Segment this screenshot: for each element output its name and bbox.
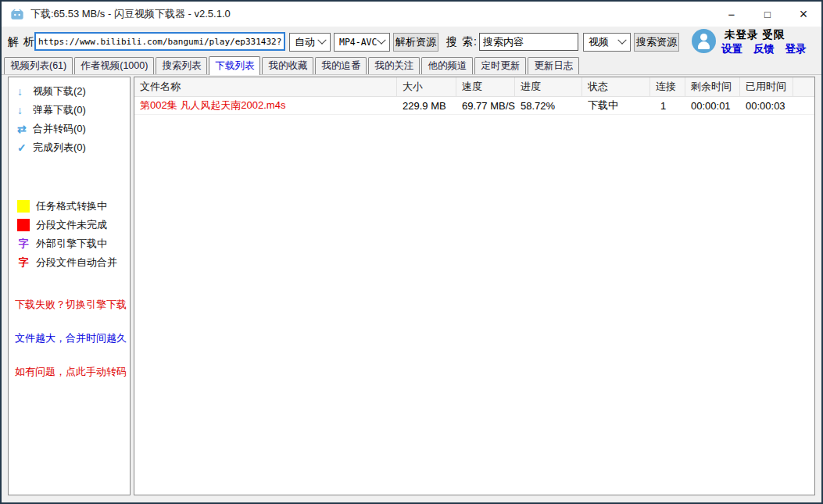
cell-filename: 第002集 凡人风起天南2002.m4s: [134, 97, 397, 114]
tab-my-follows[interactable]: 我的关注: [368, 57, 420, 74]
mode-select[interactable]: 自动: [289, 33, 331, 52]
legend-converting: 任务格式转换中: [9, 197, 130, 216]
tab-strip: 视频列表(61) 作者视频(1000) 搜索列表 下载列表 我的收藏 我的追番 …: [2, 56, 821, 75]
cell-filler: [793, 97, 814, 114]
sidebar-item-label: 完成列表(0): [33, 141, 86, 155]
tab-author-videos[interactable]: 作者视频(1000): [74, 57, 154, 74]
parse-resource-button[interactable]: 解析资源: [393, 33, 438, 52]
cell-speed: 69.77 MB/S: [456, 97, 515, 114]
note-switch-engine[interactable]: 下载失败？切换引擎下载: [9, 298, 130, 312]
col-header-size[interactable]: 大小: [397, 77, 456, 96]
col-header-filename[interactable]: 文件名称: [134, 77, 397, 96]
tab-my-bangumi[interactable]: 我的追番: [315, 57, 367, 74]
download-arrow-icon: ↓: [17, 85, 33, 98]
cell-status: 下载中: [582, 97, 650, 114]
toolbar: 解 析: 自动 MP4-AVC 解析资源 搜 索: 视频 搜索资源 未登录 受限…: [2, 27, 821, 56]
account-links: 设置 反馈 登录: [721, 42, 814, 56]
cell-progress: 58.72%: [515, 97, 582, 114]
col-header-speed[interactable]: 速度: [456, 77, 515, 96]
login-link[interactable]: 登录: [785, 43, 807, 55]
tab-my-favorites[interactable]: 我的收藏: [262, 57, 313, 74]
sidebar-item-merge-transcode[interactable]: ⇄ 合并转码(0): [9, 120, 130, 138]
tab-video-list[interactable]: 视频列表(61): [4, 57, 73, 74]
col-header-connections[interactable]: 连接: [650, 77, 685, 96]
legend-auto-merge: 字 分段文件自动合并: [9, 253, 130, 272]
mode-select-value: 自动: [295, 35, 315, 49]
search-resource-button[interactable]: 搜索资源: [634, 33, 679, 52]
legend-label: 外部引擎下载中: [36, 237, 107, 251]
tab-scheduled-update[interactable]: 定时更新: [474, 57, 526, 74]
note-manual-transcode[interactable]: 如有问题，点此手动转码: [9, 365, 130, 379]
window-controls: − □ ×: [714, 2, 821, 27]
format-select[interactable]: MP4-AVC: [334, 33, 390, 52]
purple-char-icon: 字: [17, 237, 30, 251]
chevron-down-icon: [617, 36, 626, 45]
search-type-select[interactable]: 视频: [583, 33, 631, 52]
minimize-button[interactable]: −: [714, 2, 750, 27]
format-select-value: MP4-AVC: [339, 37, 377, 48]
yellow-swatch-icon: [17, 200, 30, 213]
tab-his-channel[interactable]: 他的频道: [421, 57, 473, 74]
title-bar: 下载:65.53 MB/s - 闪豆视频下载器 - v2.5.1.0 − □ ×: [2, 2, 821, 27]
sidebar-item-label: 视频下载(2): [33, 84, 86, 98]
download-table-panel: 文件名称 大小 速度 进度 状态 连接 剩余时间 已用时间 第002集 凡人风起…: [134, 77, 815, 495]
sidebar-panel: ↓ 视频下载(2) ↓ 弹幕下载(0) ⇄ 合并转码(0) ✓ 完成列表(0): [8, 77, 131, 495]
legend-label: 分段文件自动合并: [36, 256, 117, 270]
cell-elapsed: 00:00:03: [740, 97, 793, 114]
sidebar-item-label: 合并转码(0): [33, 122, 86, 136]
content-area: ↓ 视频下载(2) ↓ 弹幕下载(0) ⇄ 合并转码(0) ✓ 完成列表(0): [2, 76, 821, 502]
table-header: 文件名称 大小 速度 进度 状态 连接 剩余时间 已用时间: [134, 77, 814, 97]
red-swatch-icon: [17, 219, 30, 231]
sidebar-item-video-download[interactable]: ↓ 视频下载(2): [9, 82, 130, 101]
url-input[interactable]: [34, 32, 285, 51]
window-title: 下载:65.53 MB/s - 闪豆视频下载器 - v2.5.1.0: [30, 7, 231, 21]
search-label: 搜 索:: [446, 35, 478, 49]
user-avatar[interactable]: [692, 29, 716, 53]
download-arrow-icon: ↓: [17, 104, 33, 116]
legend-label: 任务格式转换中: [36, 199, 107, 213]
tab-changelog[interactable]: 更新日志: [528, 57, 579, 74]
col-header-elapsed[interactable]: 已用时间: [740, 77, 793, 96]
sidebar-notes: 下载失败？切换引擎下载 文件越大，合并时间越久 如有问题，点此手动转码: [9, 298, 130, 379]
tab-download-list[interactable]: 下载列表: [209, 56, 260, 75]
search-input[interactable]: [479, 33, 578, 51]
person-icon: [700, 34, 707, 41]
sidebar-item-completed-list[interactable]: ✓ 完成列表(0): [9, 138, 130, 157]
sidebar-item-danmaku-download[interactable]: ↓ 弹幕下载(0): [9, 101, 130, 120]
settings-link[interactable]: 设置: [721, 43, 742, 55]
table-row[interactable]: 第002集 凡人风起天南2002.m4s 229.9 MB 69.77 MB/S…: [134, 97, 814, 115]
feedback-link[interactable]: 反馈: [753, 43, 775, 55]
sidebar-nav: ↓ 视频下载(2) ↓ 弹幕下载(0) ⇄ 合并转码(0) ✓ 完成列表(0): [9, 77, 130, 157]
cell-remaining: 00:00:01: [685, 97, 740, 114]
chevron-down-icon: [377, 36, 385, 45]
swap-arrows-icon: ⇄: [17, 123, 33, 135]
red-char-icon: 字: [17, 256, 30, 270]
col-header-filler: [793, 77, 814, 96]
maximize-button[interactable]: □: [750, 2, 785, 27]
note-merge-time: 文件越大，合并时间越久: [9, 331, 130, 345]
col-header-remaining[interactable]: 剩余时间: [685, 77, 740, 96]
check-icon: ✓: [17, 141, 33, 154]
app-icon: [10, 9, 24, 20]
app-window: 下载:65.53 MB/s - 闪豆视频下载器 - v2.5.1.0 − □ ×…: [0, 0, 823, 504]
col-header-status[interactable]: 状态: [582, 77, 650, 96]
legend-external-engine: 字 外部引擎下载中: [9, 234, 130, 253]
legend-label: 分段文件未完成: [36, 218, 107, 232]
legend-segment-incomplete: 分段文件未完成: [9, 216, 130, 234]
chevron-down-icon: [317, 36, 326, 45]
cell-connections: 1: [650, 97, 685, 114]
sidebar-item-label: 弹幕下载(0): [33, 103, 86, 117]
search-type-value: 视频: [589, 35, 609, 49]
close-button[interactable]: ×: [785, 2, 821, 27]
cell-size: 229.9 MB: [397, 97, 456, 114]
tab-search-list[interactable]: 搜索列表: [156, 57, 207, 74]
status-legend: 任务格式转换中 分段文件未完成 字 外部引擎下载中 字 分段文件自动合并: [9, 197, 130, 272]
col-header-progress[interactable]: 进度: [515, 77, 582, 96]
account-status: 未登录 受限: [725, 28, 785, 42]
